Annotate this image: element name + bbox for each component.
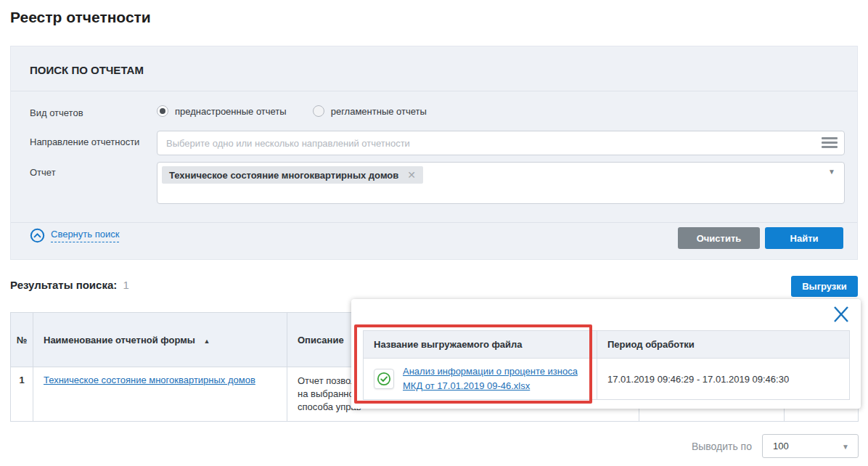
dropdown-arrow-icon[interactable]: ▼ [828,168,835,176]
collapse-search-link[interactable]: Свернуть поиск [30,228,119,243]
column-header-file-name: Название выгружаемого файла [364,331,597,359]
panel-divider [11,222,857,223]
search-panel: ПОИСК ПО ОТЧЕТАМ Вид отчетов преднастрое… [10,46,858,260]
download-file-link[interactable]: Анализ информации о проценте износа МКД … [403,364,586,393]
selected-report-chip: Техническое состояние многоквартирных до… [162,166,423,184]
panel-buttons: Очистить Найти [678,227,843,249]
downloads-table-header-row: Название выгружаемого файла Период обраб… [364,331,850,359]
page-size-label: Выводить по [692,441,752,452]
radio-preset-reports[interactable]: преднастроенные отчеты [157,105,287,117]
downloads-button[interactable]: Выгрузки [791,276,858,297]
radio-unchecked-icon[interactable] [313,105,324,117]
radio-label: регламентные отчеты [331,106,427,117]
direction-field-wrap [157,131,845,155]
page-size-value: 100 [773,441,789,451]
page-title: Реестр отчетности [10,9,151,26]
results-count: 1 [123,279,128,291]
report-label: Отчет [30,167,56,178]
close-icon[interactable] [830,303,852,325]
direction-label: Направление отчетности [30,136,139,147]
results-label: Результаты поиска: [10,279,117,291]
radio-label: преднастроенные отчеты [175,106,287,117]
downloads-table-row: Анализ информации о проценте износа МКД … [364,359,850,400]
radio-regulated-reports[interactable]: регламентные отчеты [313,105,427,117]
row-number-cell: 1 [11,367,33,422]
hamburger-icon[interactable] [822,137,838,148]
results-summary: Результаты поиска: 1 [10,279,129,291]
pagination: Выводить по 100 ▼ [692,434,859,458]
report-form-link[interactable]: Техническое состояние многоквартирных до… [44,375,255,385]
downloads-table: Название выгружаемого файла Период обраб… [363,330,850,400]
search-panel-title: ПОИСК ПО ОТЧЕТАМ [30,64,144,76]
report-kind-label: Вид отчетов [30,107,83,118]
find-button[interactable]: Найти [765,227,843,249]
row-name-cell: Техническое состояние многоквартирных до… [33,367,287,422]
column-header-period: Период обработки [597,331,850,359]
downloads-popup: Название выгружаемого файла Период обраб… [351,299,861,409]
panel-divider [11,91,857,91]
success-check-icon [377,372,391,386]
page-size-select[interactable]: 100 ▼ [762,434,859,458]
file-cell: Анализ информации о проценте износа МКД … [364,359,597,400]
column-header-name-label: Наименование отчетной формы [44,335,195,346]
direction-input[interactable] [157,131,845,155]
collapse-circle-up-icon [30,228,45,243]
report-multiselect[interactable]: Техническое состояние многоквартирных до… [157,162,845,204]
period-cell: 17.01.2019 09:46:29 - 17.01.2019 09:46:3… [597,359,850,400]
select-arrow-icon: ▼ [842,443,849,451]
sort-asc-icon[interactable]: ▲ [204,338,210,345]
radio-checked-icon[interactable] [157,105,168,117]
column-header-name[interactable]: Наименование отчетной формы ▲ [33,313,287,367]
chip-label: Техническое состояние многоквартирных до… [169,170,398,181]
column-header-number: № [11,313,33,367]
processing-period: 17.01.2019 09:46:29 - 17.01.2019 09:46:3… [607,374,789,385]
report-kind-radio-group: преднастроенные отчеты регламентные отче… [157,105,427,117]
chip-remove-icon[interactable]: ✕ [407,169,416,181]
collapse-search-label: Свернуть поиск [51,229,119,242]
download-ready-button[interactable] [374,369,394,389]
clear-button[interactable]: Очистить [678,227,760,249]
